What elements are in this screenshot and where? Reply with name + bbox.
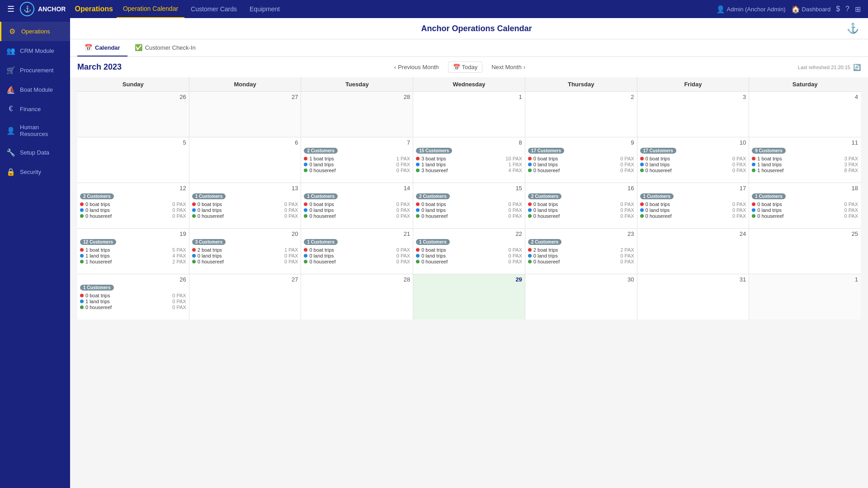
calendar-cell[interactable]: 1 [413, 92, 525, 137]
green-dot-icon [304, 169, 307, 172]
calendar-cell[interactable]: 232 Customers2 boat trips2 PAX0 land tri… [525, 229, 637, 274]
nav-customer-cards[interactable]: Customer Cards [184, 0, 243, 18]
sidebar-item-security[interactable]: 🔒 Security [0, 162, 70, 182]
calendar-cell[interactable]: 5 [77, 137, 189, 183]
calendar-cell[interactable]: 31 [637, 274, 749, 319]
trip-pax: 0 PAX [732, 207, 746, 213]
apps-icon[interactable]: ⊞ [855, 5, 861, 14]
customer-badge: 1 Customers [192, 193, 226, 199]
calendar-cell[interactable]: 3 [637, 92, 749, 137]
nav-equipment[interactable]: Equipment [243, 0, 286, 18]
calendar-cell[interactable]: 26 [77, 92, 189, 137]
sidebar-item-procurement[interactable]: 🛒 Procurement [0, 61, 70, 80]
calendar-cell[interactable]: 1017 Customers0 boat trips0 PAX0 land tr… [637, 137, 749, 183]
sidebar-item-hr[interactable]: 👤 Human Resources [0, 118, 70, 143]
day-number: 4 [752, 94, 858, 100]
calendar-cell[interactable]: 30 [525, 274, 637, 319]
calendar-cell[interactable]: 27 [189, 92, 301, 137]
day-number: 16 [528, 185, 634, 192]
trip-pax: 2 PAX [172, 259, 186, 264]
trip-row: 0 boat trips0 PAX [304, 202, 410, 207]
hr-icon: 👤 [6, 127, 15, 135]
procurement-icon: 🛒 [6, 66, 15, 75]
trip-label: 2 boat trips [533, 247, 618, 253]
sidebar-item-operations[interactable]: ⚙ Operations [0, 22, 70, 41]
trip-row: 0 land trips0 PAX [528, 207, 634, 213]
sidebar-label-security: Security [20, 169, 41, 175]
calendar-cell[interactable]: 203 Customers2 boat trips1 PAX0 land tri… [189, 229, 301, 274]
trip-pax: 0 PAX [284, 202, 298, 207]
sidebar-item-finance[interactable]: € Finance [0, 99, 70, 118]
nav-operation-calendar[interactable]: Operation Calendar [117, 0, 184, 18]
calendar-cell[interactable]: 1 [749, 274, 861, 319]
calendar-cell[interactable]: 4 [749, 92, 861, 137]
trip-label: 0 land trips [646, 207, 731, 213]
prev-month-button[interactable]: ‹ Previous Month [391, 62, 443, 72]
green-dot-icon [640, 214, 644, 218]
setup-icon: 🔧 [6, 148, 15, 157]
calendar-cell[interactable]: 171 Customers0 boat trips0 PAX0 land tri… [637, 183, 749, 228]
calendar-cell[interactable]: 72 Customers1 boat trips1 PAX0 land trip… [301, 137, 413, 183]
calendar-cell[interactable]: 29 [413, 274, 525, 319]
sidebar-item-setup[interactable]: 🔧 Setup Data [0, 143, 70, 162]
crm-icon: 👥 [6, 47, 15, 55]
calendar-cell[interactable]: 28 [301, 92, 413, 137]
calendar-cell[interactable]: 2 [525, 92, 637, 137]
calendar-cell[interactable]: 211 Customers0 boat trips0 PAX0 land tri… [301, 229, 413, 274]
trip-row: 0 boat trips0 PAX [192, 202, 298, 207]
calendar-cell[interactable]: 24 [637, 229, 749, 274]
red-dot-icon [80, 202, 84, 206]
day-number: 1 [416, 94, 522, 100]
calendar-cell[interactable]: 6 [189, 137, 301, 183]
customer-badge: 17 Customers [640, 148, 676, 154]
day-number: 27 [192, 276, 298, 283]
calendar-cell[interactable]: 119 Customers1 boat trips3 PAX1 land tri… [749, 137, 861, 183]
trip-pax: 0 PAX [284, 207, 298, 213]
top-nav-links: Operation Calendar Customer Cards Equipm… [117, 0, 716, 18]
next-month-button[interactable]: Next Month › [488, 62, 529, 72]
trip-pax: 0 PAX [172, 293, 186, 298]
day-number: 18 [752, 185, 858, 192]
calendar-cell[interactable]: 162 Customers0 boat trips0 PAX0 land tri… [525, 183, 637, 228]
sidebar-item-boat[interactable]: ⛵ Boat Module [0, 80, 70, 99]
calendar-cell[interactable]: 815 Customers3 boat trips10 PAX1 land tr… [413, 137, 525, 183]
help-icon[interactable]: ? [845, 5, 849, 13]
trip-label: 0 housereef [646, 168, 731, 173]
calendar-cell[interactable]: 28 [301, 274, 413, 319]
calendar-cell[interactable]: 261 Customers0 boat trips0 PAX1 land tri… [77, 274, 189, 319]
customer-badge: 1 Customers [640, 193, 674, 199]
calendar-cell[interactable]: 1912 Customers1 boat trips5 PAX1 land tr… [77, 229, 189, 274]
user-icon: 👤 [716, 5, 725, 14]
sidebar-item-crm[interactable]: 👥 CRM Module [0, 41, 70, 61]
customer-badge: 2 Customers [304, 148, 338, 154]
customer-badge: 3 Customers [192, 239, 226, 245]
calendar-cell[interactable]: 221 Customers0 boat trips0 PAX0 land tri… [413, 229, 525, 274]
tab-checkin[interactable]: ✅ Customer Check-In [127, 39, 203, 56]
trip-pax: 0 PAX [844, 207, 858, 213]
calendar-cell[interactable]: 181 Customers0 boat trips0 PAX0 land tri… [749, 183, 861, 228]
calendar-cell[interactable]: 25 [749, 229, 861, 274]
user-menu[interactable]: 👤 Admin (Anchor Admin) [716, 5, 786, 14]
trip-row: 0 housereef0 PAX [304, 213, 410, 219]
tab-calendar[interactable]: 📅 Calendar [77, 39, 127, 56]
calendar-cell[interactable]: 141 Customers0 boat trips0 PAX0 land tri… [301, 183, 413, 228]
trip-pax: 0 PAX [396, 259, 410, 264]
calendar-cell[interactable]: 122 Customers0 boat trips0 PAX0 land tri… [77, 183, 189, 228]
checkin-tab-icon: ✅ [135, 44, 142, 51]
trip-label: 0 boat trips [198, 202, 283, 207]
calendar-cell[interactable]: 131 Customers0 boat trips0 PAX0 land tri… [189, 183, 301, 228]
calendar-cell[interactable]: 27 [189, 274, 301, 319]
hamburger-menu[interactable]: ☰ [7, 4, 14, 14]
refresh-button[interactable]: 🔄 [853, 64, 861, 71]
dashboard-link[interactable]: 🏠 Dashboard [791, 5, 831, 14]
finance-icon: € [6, 105, 15, 113]
calendar-tab-icon: 📅 [85, 44, 92, 51]
anchor-decorative-icon: ⚓ [847, 23, 859, 34]
day-number: 28 [304, 94, 410, 100]
customer-badge: 9 Customers [752, 148, 786, 154]
calendar-cell[interactable]: 152 Customers0 boat trips0 PAX0 land tri… [413, 183, 525, 228]
trip-label: 0 boat trips [421, 247, 506, 253]
calendar-cell[interactable]: 917 Customers0 boat trips0 PAX0 land tri… [525, 137, 637, 183]
billing-icon[interactable]: $ [836, 5, 840, 13]
today-button[interactable]: 📅 Today [448, 61, 483, 73]
